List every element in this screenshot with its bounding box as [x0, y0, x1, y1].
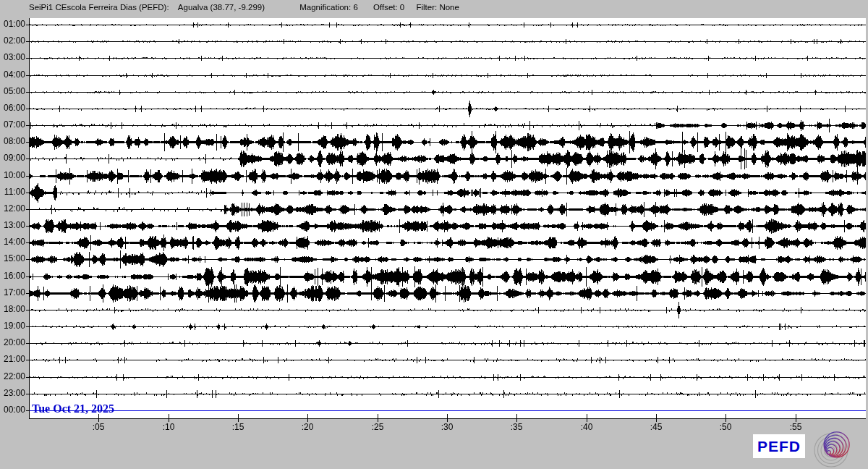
- hour-label: 14:00: [0, 237, 25, 247]
- hour-label: 15:00: [0, 254, 25, 263]
- minute-label: :45: [640, 422, 672, 432]
- hour-label: 02:00: [0, 36, 25, 46]
- minute-label: :15: [222, 422, 254, 432]
- hour-label: 18:00: [0, 305, 25, 314]
- hour-label: 01:00: [0, 20, 25, 29]
- magnification-setting: Magnification: 6: [299, 3, 358, 12]
- minute-label: :50: [710, 422, 741, 432]
- helicorder-screen: SeiPi1 CEscola Ferreira Dias (PEFD): Agu…: [0, 0, 868, 469]
- station-code-badge: PEFD: [753, 434, 805, 458]
- hour-label: 12:00: [0, 204, 25, 214]
- date-label: Tue Oct 21, 2025: [32, 402, 114, 415]
- hour-label: 05:00: [0, 87, 25, 96]
- hour-label: 22:00: [0, 372, 25, 381]
- minute-label: :25: [362, 422, 393, 432]
- minute-label: :10: [153, 422, 184, 432]
- hour-label: 04:00: [0, 70, 25, 80]
- minute-label: :05: [82, 422, 114, 432]
- offset-setting: Offset: 0: [373, 3, 404, 12]
- hour-label: 20:00: [0, 338, 25, 347]
- hour-label: 19:00: [0, 321, 25, 331]
- hour-label: 00:00: [0, 405, 25, 415]
- station-title: SeiPi1 CEscola Ferreira Dias (PEFD):: [29, 3, 169, 12]
- hour-label: 10:00: [0, 171, 25, 180]
- hour-label: 03:00: [0, 53, 25, 62]
- hour-label: 09:00: [0, 153, 25, 163]
- hour-label: 07:00: [0, 120, 25, 130]
- title-bar: SeiPi1 CEscola Ferreira Dias (PEFD): Agu…: [0, 0, 868, 16]
- hour-label: 06:00: [0, 103, 25, 113]
- hour-label: 23:00: [0, 389, 25, 398]
- minute-label: :55: [780, 422, 812, 432]
- minute-label: :40: [571, 422, 603, 432]
- hour-label: 17:00: [0, 288, 25, 297]
- nautilus-spiral-logo-icon: [811, 426, 867, 469]
- station-location: Agualva (38.77, -9.299): [178, 3, 265, 12]
- seismogram-canvas: [0, 0, 868, 469]
- hour-label: 21:00: [0, 355, 25, 364]
- hour-label: 11:00: [0, 187, 25, 197]
- hour-label: 13:00: [0, 221, 25, 230]
- minute-label: :35: [501, 422, 532, 432]
- hour-label: 16:00: [0, 271, 25, 281]
- filter-setting: Filter: None: [416, 3, 459, 12]
- minute-label: :20: [292, 422, 323, 432]
- minute-label: :30: [431, 422, 463, 432]
- hour-label: 08:00: [0, 137, 25, 146]
- station-code-text: PEFD: [757, 438, 801, 455]
